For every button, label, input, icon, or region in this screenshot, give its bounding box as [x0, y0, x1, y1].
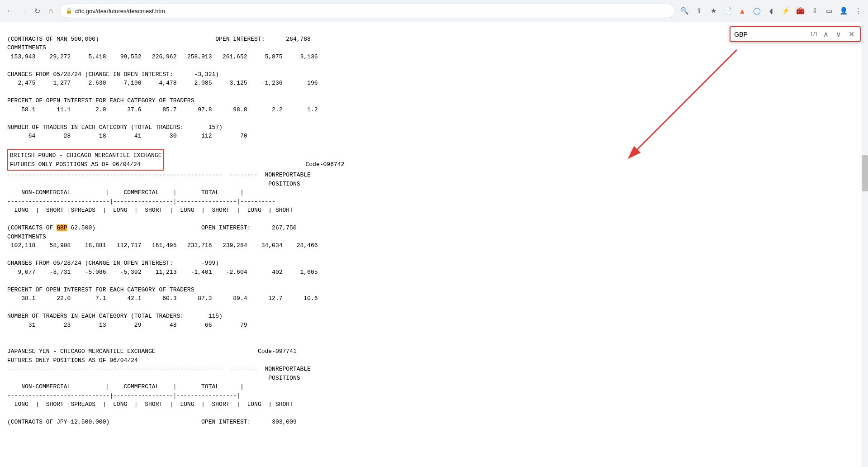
- bookmark-icon-btn[interactable]: ★: [707, 5, 720, 17]
- gbp-header-divider: ----------------------------------------…: [7, 172, 311, 214]
- window-icon-btn[interactable]: ▭: [823, 5, 835, 17]
- search-icon-btn[interactable]: 🔍: [678, 5, 691, 17]
- browser-chrome: ← → ↻ ⌂ 🔒 cftc.gov/dea/futures/deacmesf.…: [0, 0, 868, 22]
- vpn-icon-btn[interactable]: ◯: [750, 5, 763, 17]
- gbp-title-line1: BRITISH POUND - CHICAGO MERCANTILE EXCHA…: [10, 152, 161, 159]
- gbp-code: Code-096742: [164, 161, 344, 168]
- lightning-icon-btn[interactable]: ⚡: [779, 5, 792, 17]
- toolbar-icons: 🔍 ⇧ ★ 📄 ▲ ◯ 🖠 ⚡ 🧰 ⇩ ▭ 👤 ⋮: [678, 5, 864, 17]
- page-content: (CONTRACTS OF MXN 500,000) OPEN INTEREST…: [0, 22, 868, 439]
- brave-icon-btn[interactable]: ▲: [736, 5, 749, 17]
- menu-icon-btn[interactable]: ⋮: [852, 5, 864, 17]
- find-input[interactable]: [734, 31, 806, 38]
- reload-button[interactable]: ↻: [31, 5, 43, 17]
- back-button[interactable]: ←: [4, 5, 16, 17]
- scrollbar-track: [862, 22, 868, 439]
- gbp-highlight: GBP: [57, 224, 67, 231]
- find-next-button[interactable]: ∨: [834, 29, 843, 39]
- extension-icon-btn[interactable]: 🧰: [794, 5, 806, 17]
- find-prev-button[interactable]: ∧: [821, 29, 830, 39]
- find-toolbar: 1/1 ∧ ∨ ✕: [730, 26, 861, 42]
- gbp-title-box: BRITISH POUND - CHICAGO MERCANTILE EXCHA…: [7, 149, 164, 171]
- gbp-contracts-after: 62,500) OPEN INTEREST: 267,750 COMMITMEN…: [7, 224, 318, 425]
- find-count: 1/1: [810, 31, 818, 38]
- home-button[interactable]: ⌂: [44, 5, 57, 17]
- url-text: cftc.gov/dea/futures/deacmesf.htm: [75, 8, 669, 14]
- find-close-button[interactable]: ✕: [847, 29, 856, 39]
- reading-list-icon-btn[interactable]: 📄: [721, 5, 734, 17]
- download-icon-btn[interactable]: ⇩: [808, 5, 821, 17]
- gbp-title-line2: FUTURES ONLY POSITIONS AS OF 06/04/24: [10, 161, 141, 168]
- scrollbar-thumb[interactable]: [862, 155, 868, 191]
- above-section: (CONTRACTS OF MXN 500,000) OPEN INTEREST…: [7, 36, 318, 140]
- metamask-icon-btn[interactable]: 🖠: [765, 5, 778, 17]
- share-icon-btn[interactable]: ⇧: [693, 5, 705, 17]
- browser-toolbar: ← → ↻ ⌂ 🔒 cftc.gov/dea/futures/deacmesf.…: [0, 0, 868, 22]
- profile-icon-btn[interactable]: 👤: [837, 5, 850, 17]
- nav-buttons: ← → ↻ ⌂: [4, 5, 57, 17]
- forward-button[interactable]: →: [17, 5, 30, 17]
- lock-icon: 🔒: [66, 8, 72, 14]
- address-bar[interactable]: 🔒 cftc.gov/dea/futures/deacmesf.htm: [60, 4, 675, 18]
- gbp-contracts: (CONTRACTS OF: [7, 224, 57, 231]
